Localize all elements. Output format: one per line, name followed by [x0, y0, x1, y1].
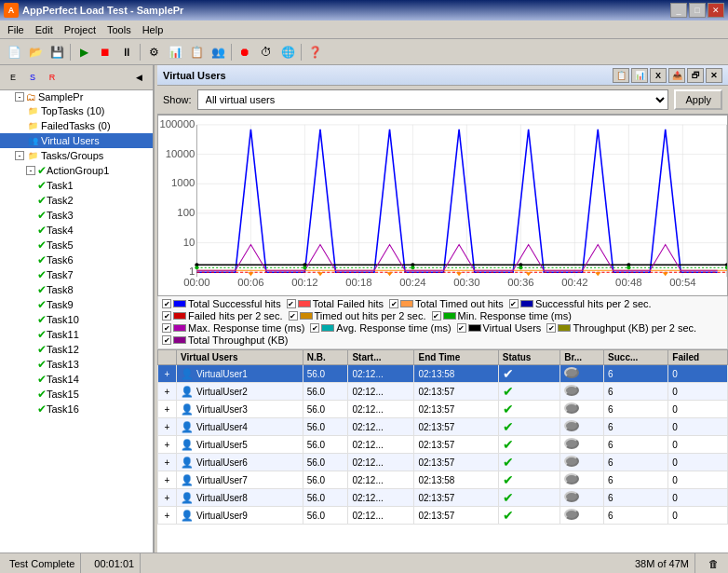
row-expand-5[interactable]: +	[158, 454, 177, 471]
root-expand-icon[interactable]: -	[15, 92, 24, 102]
panel-icon-1[interactable]: 📋	[613, 68, 629, 83]
sidebar-item-task10[interactable]: ✔ Task10	[0, 312, 153, 327]
col-br[interactable]: Br...	[560, 350, 604, 365]
table-row[interactable]: + 👤VirtualUser6 56.0 02:12... 02:13:57 ✔…	[158, 454, 728, 471]
menu-project[interactable]: Project	[59, 22, 101, 37]
table-row[interactable]: + 👤VirtualUser7 56.0 02:12... 02:13:58 ✔…	[158, 471, 728, 489]
panel-icon-3[interactable]: X	[650, 68, 667, 83]
minimize-button[interactable]: _	[670, 3, 687, 18]
panel-restore-btn[interactable]: 🗗	[687, 68, 704, 83]
col-end[interactable]: End Time	[414, 350, 498, 365]
col-start[interactable]: Start...	[348, 350, 414, 365]
network-button[interactable]: 🌐	[277, 42, 298, 62]
sidebar-item-task5[interactable]: ✔ Task5	[0, 238, 153, 252]
close-button[interactable]: ✕	[708, 3, 724, 18]
maximize-button[interactable]: □	[689, 3, 706, 18]
legend-check-0[interactable]: ✔	[162, 299, 171, 308]
sidebar-item-task16[interactable]: ✔ Task16	[0, 402, 153, 416]
table-row[interactable]: + 👤VirtualUser3 56.0 02:12... 02:13:57 ✔…	[158, 401, 728, 418]
sidebar-item-actiongroup1[interactable]: - ✔ ActionGroup1	[0, 163, 153, 178]
sidebar-item-failedtasks[interactable]: 📁 FailedTasks (0)	[0, 118, 153, 133]
sidebar-item-task12[interactable]: ✔ Task12	[0, 342, 153, 357]
sidebar-item-tasksgroups[interactable]: - 📁 Tasks/Groups	[0, 148, 153, 163]
sidebar-item-task4[interactable]: ✔ Task4	[0, 223, 153, 238]
table-row[interactable]: + 👤VirtualUser1 56.0 02:12... 02:13:58 ✔…	[158, 365, 728, 383]
col-succ[interactable]: Succ...	[604, 350, 668, 365]
table-row[interactable]: + 👤VirtualUser2 56.0 02:12... 02:13:57 ✔…	[158, 383, 728, 401]
apply-button[interactable]: Apply	[674, 89, 722, 110]
panel-icon-2[interactable]: 📊	[631, 68, 648, 83]
sidebar-item-task3[interactable]: ✔ Task3	[0, 208, 153, 223]
sidebar-tb-btn2[interactable]: S	[23, 67, 42, 88]
table-row[interactable]: + 👤VirtualUser8 56.0 02:12... 02:13:57 ✔…	[158, 489, 728, 507]
settings-button[interactable]: ⚙	[143, 42, 164, 62]
sidebar-tb-btn3[interactable]: R	[43, 67, 61, 88]
users-button[interactable]: 👥	[208, 42, 228, 62]
sidebar-item-toptasks[interactable]: 📁 TopTasks (10)	[0, 103, 153, 118]
new-button[interactable]: 📄	[4, 42, 24, 62]
row-expand-7[interactable]: +	[158, 489, 177, 507]
row-expand-8[interactable]: +	[158, 507, 177, 525]
sidebar-item-task13[interactable]: ✔ Task13	[0, 357, 153, 372]
legend-check-6[interactable]: ✔	[432, 311, 441, 321]
save-button[interactable]: 💾	[47, 42, 67, 62]
row-expand-4[interactable]: +	[158, 436, 177, 454]
legend-check-7[interactable]: ✔	[162, 323, 171, 333]
panel-icon-4[interactable]: 📤	[668, 68, 685, 83]
legend-check-4[interactable]: ✔	[162, 311, 171, 321]
sidebar-item-task15[interactable]: ✔ Task15	[0, 387, 153, 402]
row-expand-6[interactable]: +	[158, 471, 177, 489]
stop-button[interactable]: ⏹	[95, 42, 115, 62]
timer-button[interactable]: ⏱	[256, 42, 276, 62]
sidebar-item-task7[interactable]: ✔ Task7	[0, 267, 153, 282]
sidebar-item-task14[interactable]: ✔ Task14	[0, 372, 153, 387]
menu-file[interactable]: File	[2, 22, 30, 37]
menu-tools[interactable]: Tools	[101, 22, 137, 37]
legend-check-10[interactable]: ✔	[546, 323, 556, 333]
show-select[interactable]: All virtual users	[197, 89, 669, 110]
tasksgroups-expand-icon[interactable]: -	[15, 151, 24, 160]
chart-button[interactable]: 📊	[165, 42, 185, 62]
legend-check-2[interactable]: ✔	[389, 299, 398, 308]
legend-check-3[interactable]: ✔	[509, 299, 519, 308]
sidebar-item-task9[interactable]: ✔ Task9	[0, 297, 153, 312]
report-button[interactable]: 📋	[186, 42, 207, 62]
sidebar-item-task6[interactable]: ✔ Task6	[0, 252, 153, 267]
panel-close-btn[interactable]: ✕	[706, 68, 722, 83]
col-name[interactable]: Virtual Users	[177, 350, 303, 365]
legend-check-9[interactable]: ✔	[457, 323, 466, 333]
pause-button[interactable]: ⏸	[116, 42, 137, 62]
sidebar-collapse-btn[interactable]: ◀	[128, 67, 149, 88]
row-br-2	[560, 401, 604, 418]
sidebar-item-task2[interactable]: ✔ Task2	[0, 193, 153, 208]
sidebar-item-virtualusers[interactable]: 👥 Virtual Users	[0, 133, 153, 148]
table-row[interactable]: + 👤VirtualUser4 56.0 02:12... 02:13:57 ✔…	[158, 418, 728, 436]
col-nb[interactable]: N.B.	[303, 350, 348, 365]
open-button[interactable]: 📂	[25, 42, 46, 62]
row-expand-3[interactable]: +	[158, 418, 177, 436]
table-row[interactable]: + 👤VirtualUser5 56.0 02:12... 02:13:57 ✔…	[158, 436, 728, 454]
menu-help[interactable]: Help	[137, 22, 169, 37]
legend-check-8[interactable]: ✔	[310, 323, 319, 333]
table-row[interactable]: + 👤VirtualUser9 56.0 02:12... 02:13:57 ✔…	[158, 507, 728, 525]
legend-check-5[interactable]: ✔	[289, 311, 298, 321]
sidebar-item-task1[interactable]: ✔ Task1	[0, 178, 153, 193]
legend-check-1[interactable]: ✔	[287, 299, 296, 308]
row-expand-0[interactable]: +	[158, 365, 177, 383]
row-expand-1[interactable]: +	[158, 383, 177, 401]
sidebar-item-task8[interactable]: ✔ Task8	[0, 282, 153, 297]
status-trash[interactable]: 🗑	[703, 553, 724, 573]
legend-color-0	[173, 300, 186, 307]
col-status[interactable]: Status	[498, 350, 559, 365]
col-failed[interactable]: Failed	[668, 350, 728, 365]
record-button[interactable]: ⏺	[235, 42, 255, 62]
actiongroup1-expand-icon[interactable]: -	[26, 166, 35, 175]
menu-edit[interactable]: Edit	[30, 22, 59, 37]
sidebar-tb-btn1[interactable]: E	[4, 67, 22, 88]
help-button[interactable]: ❓	[304, 42, 325, 62]
sidebar-root[interactable]: - 🗂 SamplePr	[0, 90, 153, 103]
sidebar-item-task11[interactable]: ✔ Task11	[0, 327, 153, 342]
row-expand-2[interactable]: +	[158, 401, 177, 418]
legend-check-11[interactable]: ✔	[162, 335, 171, 345]
run-button[interactable]: ▶	[74, 42, 94, 62]
